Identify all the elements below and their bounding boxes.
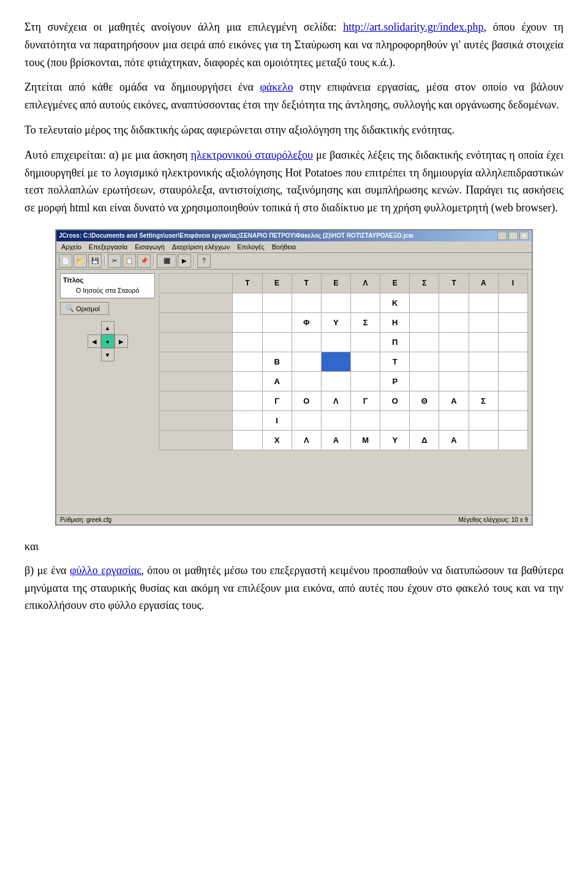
cell-5-3[interactable]: Λ xyxy=(321,391,350,410)
toolbar-btn-5[interactable]: 📋 xyxy=(123,254,136,268)
cell-1-5[interactable]: Η xyxy=(380,312,410,332)
cell-2-4[interactable] xyxy=(351,332,380,352)
toolbar-btn-1[interactable]: 📄 xyxy=(59,254,72,268)
fakelo-link[interactable]: φάκελο xyxy=(260,81,293,93)
solidarity-link[interactable]: http://art.solidarity.gr/index.php xyxy=(343,21,483,33)
toolbar-btn-8[interactable]: ▶ xyxy=(178,254,191,268)
toolbar-btn-2[interactable]: 📂 xyxy=(74,254,87,268)
cell-7-1[interactable]: Χ xyxy=(262,430,292,450)
cell-0-2[interactable] xyxy=(292,293,321,312)
cell-5-1[interactable]: Γ xyxy=(262,391,292,410)
cell-7-0[interactable] xyxy=(233,430,262,450)
cell-2-7[interactable] xyxy=(439,332,469,352)
cell-7-7[interactable]: Α xyxy=(439,430,469,450)
cell-5-2[interactable]: Ο xyxy=(292,391,321,410)
cell-0-3[interactable] xyxy=(321,293,350,312)
cell-5-7[interactable]: Α xyxy=(439,391,469,410)
cell-3-8[interactable] xyxy=(469,352,498,371)
cell-6-4[interactable] xyxy=(351,410,380,430)
cell-5-6[interactable]: Θ xyxy=(410,391,439,410)
cell-7-3[interactable]: Α xyxy=(321,430,350,450)
cell-2-0[interactable] xyxy=(233,332,262,352)
menu-file[interactable]: Αρχείο xyxy=(58,242,85,252)
cell-2-3[interactable] xyxy=(321,332,350,352)
menu-options[interactable]: Επιλογές xyxy=(233,242,268,252)
cell-1-2[interactable]: Φ xyxy=(292,312,321,332)
cell-3-6[interactable] xyxy=(410,352,439,371)
cell-0-7[interactable] xyxy=(439,293,469,312)
cell-6-0[interactable] xyxy=(233,410,262,430)
cell-4-0[interactable] xyxy=(233,371,262,391)
toolbar-btn-6[interactable]: 📌 xyxy=(137,254,151,268)
cell-3-4[interactable] xyxy=(351,352,380,371)
stavrolexo-link[interactable]: ηλεκτρονικού σταυρόλεξου xyxy=(191,149,313,161)
menu-manage[interactable]: Διαχείριση ελέγχων xyxy=(168,242,233,252)
cell-6-3[interactable] xyxy=(321,410,350,430)
cell-7-8[interactable] xyxy=(469,430,498,450)
cell-4-2[interactable] xyxy=(292,371,321,391)
cell-1-8[interactable] xyxy=(469,312,498,332)
cell-2-9[interactable] xyxy=(498,332,527,352)
cell-2-2[interactable] xyxy=(292,332,321,352)
cell-5-9[interactable] xyxy=(498,391,527,410)
arrow-right-btn[interactable]: ▶ xyxy=(115,334,128,348)
menu-edit[interactable]: Επεξεργασία xyxy=(85,242,131,252)
arrow-left-btn[interactable]: ◀ xyxy=(88,334,101,348)
fyllo-ergasias-link[interactable]: φύλλο εργασίας xyxy=(70,564,141,576)
maximize-button[interactable]: □ xyxy=(508,232,518,240)
cell-3-2[interactable] xyxy=(292,352,321,371)
arrow-center-btn[interactable]: ● xyxy=(101,334,115,348)
cell-5-4[interactable]: Γ xyxy=(351,391,380,410)
cell-0-9[interactable] xyxy=(498,293,527,312)
cell-5-8[interactable]: Σ xyxy=(469,391,498,410)
cell-0-6[interactable] xyxy=(410,293,439,312)
cell-1-3[interactable]: Υ xyxy=(321,312,350,332)
cell-7-4[interactable]: Μ xyxy=(351,430,380,450)
menu-insert[interactable]: Εισαγωγή xyxy=(131,242,168,252)
cell-4-8[interactable] xyxy=(469,371,498,391)
cell-7-2[interactable]: Λ xyxy=(292,430,321,450)
cell-7-6[interactable]: Δ xyxy=(410,430,439,450)
toolbar-btn-4[interactable]: ✂ xyxy=(108,254,121,268)
cell-5-0[interactable] xyxy=(233,391,262,410)
cell-4-1[interactable]: Α xyxy=(262,371,292,391)
cell-1-1[interactable] xyxy=(262,312,292,332)
cell-2-1[interactable] xyxy=(262,332,292,352)
cell-4-6[interactable] xyxy=(410,371,439,391)
cell-6-6[interactable] xyxy=(410,410,439,430)
cell-3-9[interactable] xyxy=(498,352,527,371)
cell-1-7[interactable] xyxy=(439,312,469,332)
cell-3-7[interactable] xyxy=(439,352,469,371)
orismoi-button[interactable]: 🔍 Ορισμοί xyxy=(60,302,109,315)
cell-6-8[interactable] xyxy=(469,410,498,430)
cell-0-1[interactable] xyxy=(262,293,292,312)
cell-5-5[interactable]: Ο xyxy=(380,391,410,410)
toolbar-btn-3[interactable]: 💾 xyxy=(88,254,102,268)
cell-6-1[interactable]: Ι xyxy=(262,410,292,430)
cell-0-0[interactable] xyxy=(233,293,262,312)
cell-2-8[interactable] xyxy=(469,332,498,352)
cell-1-9[interactable] xyxy=(498,312,527,332)
cell-0-5[interactable]: Κ xyxy=(380,293,410,312)
arrow-up-btn[interactable]: ▲ xyxy=(101,321,115,334)
cell-7-9[interactable] xyxy=(498,430,527,450)
cell-2-6[interactable] xyxy=(410,332,439,352)
close-button[interactable]: ✕ xyxy=(519,232,529,240)
toolbar-btn-9[interactable]: ? xyxy=(197,254,211,268)
menu-help[interactable]: Βοήθεια xyxy=(268,242,300,252)
cell-2-5[interactable]: Π xyxy=(380,332,410,352)
cell-3-0[interactable] xyxy=(233,352,262,371)
cell-4-4[interactable] xyxy=(351,371,380,391)
cell-4-9[interactable] xyxy=(498,371,527,391)
cell-0-4[interactable] xyxy=(351,293,380,312)
cell-6-7[interactable] xyxy=(439,410,469,430)
cell-4-3[interactable] xyxy=(321,371,350,391)
cell-1-6[interactable] xyxy=(410,312,439,332)
cell-1-4[interactable]: Σ xyxy=(351,312,380,332)
cell-1-0[interactable] xyxy=(233,312,262,332)
cell-4-7[interactable] xyxy=(439,371,469,391)
cell-6-5[interactable] xyxy=(380,410,410,430)
cell-3-1[interactable]: Β xyxy=(262,352,292,371)
cell-0-8[interactable] xyxy=(469,293,498,312)
minimize-button[interactable]: _ xyxy=(497,232,507,240)
